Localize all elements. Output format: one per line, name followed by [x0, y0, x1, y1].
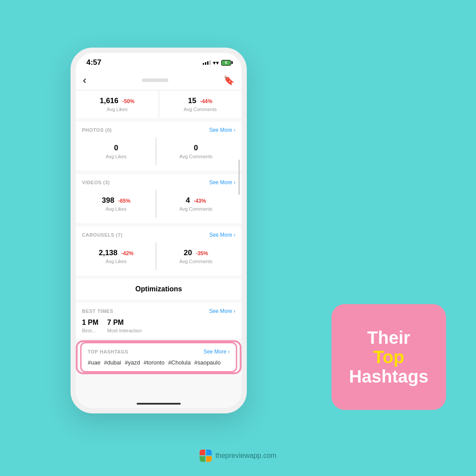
hashtags-title: TOP HASHTAGS [88, 349, 128, 354]
carousels-stats: 2,138 -42% Avg Likes 20 -35% Avg Comment… [82, 242, 235, 270]
videos-section-header: VIDEOS (3) See More › [82, 179, 235, 186]
home-indicator [137, 403, 181, 405]
brand-url: thepreviewapp.com [216, 452, 277, 460]
photos-see-more[interactable]: See More › [209, 127, 235, 133]
videos-comments-value: 4 [186, 196, 190, 205]
hashtag-saopaulo: #saopaulo [194, 359, 221, 366]
carousels-avg-likes: 2,138 -42% Avg Likes [82, 242, 156, 270]
bookmark-icon[interactable]: 🔖 [223, 75, 234, 86]
side-card: Their Top Hashtags [331, 304, 446, 410]
time-2-value: 7 PM [107, 319, 141, 327]
carousels-comments-label: Avg Comments [162, 259, 230, 264]
back-button[interactable]: ‹ [83, 74, 86, 86]
photos-comments-label: Avg Comments [162, 154, 230, 159]
logo-quadrant-1 [200, 450, 205, 455]
time-1-value: 1 PM [82, 319, 98, 327]
logo-quadrant-4 [206, 456, 212, 462]
carousels-likes-label: Avg Likes [82, 259, 150, 264]
videos-section: VIDEOS (3) See More › 398 -65% Avg Likes [76, 174, 242, 223]
photos-avg-likes: 0 Avg Likes [82, 138, 156, 165]
overall-comments-label: Avg Comments [164, 107, 237, 112]
hashtag-yazd: #yazd [125, 359, 140, 366]
nav-username [142, 78, 168, 82]
photos-avg-comments: 0 Avg Comments [156, 138, 235, 165]
best-times-header: BEST TIMES See More › [82, 308, 235, 314]
time-1-label: Best... [82, 328, 98, 333]
photos-title: PHOTOS (0) [82, 127, 112, 133]
logo-quadrant-2 [206, 450, 212, 455]
top-hashtags-section: TOP HASHTAGS See More › #uae #dubai #yaz… [80, 342, 237, 372]
brand-logo [200, 450, 212, 462]
hashtag-uae: #uae [88, 359, 100, 366]
scroll-indicator [238, 160, 240, 195]
photos-likes-value: 0 [82, 144, 150, 152]
side-card-line1: Their [349, 328, 428, 347]
videos-see-more[interactable]: See More › [209, 179, 235, 186]
carousels-likes-change: -42% [121, 250, 134, 257]
carousels-title: CAROUSELS (7) [82, 232, 123, 238]
overall-avg-comments: 15 -44% Avg Comments [159, 90, 242, 118]
videos-likes-label: Avg Likes [82, 206, 150, 212]
optimizations-title: Optimizations [135, 285, 182, 293]
wifi-icon: ▾▾ [213, 60, 219, 66]
photos-comments-value: 0 [162, 144, 230, 152]
time-2-label: Most Interaction [107, 328, 141, 333]
overall-likes-label: Avg Likes [81, 107, 153, 112]
carousels-likes-value: 2,138 [99, 249, 118, 257]
optimizations-header: Optimizations [76, 279, 242, 299]
overall-stats-row: 1,616 -50% Avg Likes 15 -44% Avg Comment… [76, 90, 242, 118]
overall-comments-value: 15 [188, 97, 197, 105]
videos-comments-change: -43% [193, 198, 206, 204]
side-card-line2: Top [349, 347, 428, 367]
photos-section: PHOTOS (0) See More › 0 Avg Likes 0 Avg … [76, 122, 242, 171]
hashtag-dubai: #dubai [104, 359, 121, 366]
times-row: 1 PM Best... 7 PM Most Interaction [82, 319, 235, 333]
status-icons: ▾▾ 5 [203, 60, 231, 66]
carousels-see-more[interactable]: See More › [209, 232, 235, 238]
logo-quadrant-3 [200, 456, 205, 462]
phone-mockup: 4:57 ▾▾ 5 ‹ 🔖 [71, 48, 247, 413]
photos-stats: 0 Avg Likes 0 Avg Comments [82, 138, 235, 165]
overall-avg-likes: 1,616 -50% Avg Likes [76, 90, 159, 118]
videos-avg-likes: 398 -65% Avg Likes [82, 190, 156, 218]
videos-stats: 398 -65% Avg Likes 4 -43% Avg Comments [82, 190, 235, 218]
battery-icon: 5 [221, 60, 231, 66]
best-times-title: BEST TIMES [82, 309, 113, 314]
overall-likes-change: -50% [122, 98, 134, 104]
photos-section-header: PHOTOS (0) See More › [82, 127, 235, 133]
best-times-section: BEST TIMES See More › 1 PM Best... 7 PM … [76, 303, 242, 338]
videos-likes-change: -65% [118, 198, 130, 204]
carousels-comments-change: -35% [196, 250, 208, 257]
carousels-section-header: CAROUSELS (7) See More › [82, 232, 235, 238]
nav-bar: ‹ 🔖 [76, 71, 242, 90]
hashtags-wrapper: TOP HASHTAGS See More › #uae #dubai #yaz… [78, 342, 240, 372]
videos-likes-value: 398 [102, 196, 114, 205]
overall-comments-change: -44% [200, 98, 212, 104]
videos-avg-comments: 4 -43% Avg Comments [156, 190, 235, 218]
content-area: 1,616 -50% Avg Likes 15 -44% Avg Comment… [76, 90, 242, 406]
carousels-avg-comments: 20 -35% Avg Comments [156, 242, 235, 270]
hashtags-header: TOP HASHTAGS See More › [88, 349, 230, 355]
best-time-2: 7 PM Most Interaction [107, 319, 141, 333]
side-card-line3: Hashtags [349, 367, 428, 386]
canvas: 4:57 ▾▾ 5 ‹ 🔖 [0, 0, 476, 476]
carousels-comments-value: 20 [184, 249, 192, 257]
best-times-see-more[interactable]: See More › [209, 308, 235, 314]
status-time: 4:57 [86, 58, 101, 67]
signal-icon [203, 60, 211, 65]
photos-likes-label: Avg Likes [82, 154, 150, 159]
videos-title: VIDEOS (3) [82, 180, 110, 185]
best-time-1: 1 PM Best... [82, 319, 98, 333]
hashtag-toronto: #toronto [144, 359, 165, 366]
hashtag-grid: #uae #dubai #yazd #toronto #Cholula #sao… [88, 359, 230, 366]
videos-comments-label: Avg Comments [162, 206, 230, 212]
carousels-section: CAROUSELS (7) See More › 2,138 -42% Avg … [76, 227, 242, 275]
status-bar: 4:57 ▾▾ 5 [76, 53, 242, 71]
overall-likes-value: 1,616 [100, 97, 119, 105]
hashtag-cholula: #Cholula [168, 359, 190, 366]
branding: thepreviewapp.com [200, 450, 277, 462]
hashtags-see-more[interactable]: See More › [204, 349, 230, 355]
